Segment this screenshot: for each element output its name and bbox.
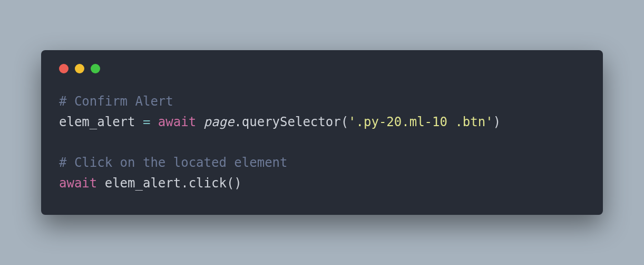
code-token: elem_alert.click() — [97, 176, 242, 191]
code-token: # Click on the located element — [59, 155, 287, 170]
code-token: await — [59, 176, 97, 191]
code-token: # Confirm Alert — [59, 94, 173, 109]
code-token: page — [204, 115, 235, 129]
code-token — [150, 115, 158, 129]
close-icon[interactable] — [59, 64, 69, 73]
maximize-icon[interactable] — [91, 64, 100, 73]
traffic-lights — [59, 64, 585, 73]
code-token: await — [158, 115, 196, 129]
code-token — [196, 115, 203, 129]
code-block: # Confirm Alert elem_alert = await page.… — [59, 91, 585, 194]
minimize-icon[interactable] — [75, 64, 84, 73]
code-token: = — [143, 115, 150, 129]
code-token: ) — [493, 115, 501, 129]
code-token: elem_alert — [59, 115, 143, 129]
code-window: # Confirm Alert elem_alert = await page.… — [41, 50, 603, 215]
code-token: .querySelector( — [234, 115, 348, 129]
code-token: '.py-20.ml-10 .btn' — [348, 115, 493, 129]
